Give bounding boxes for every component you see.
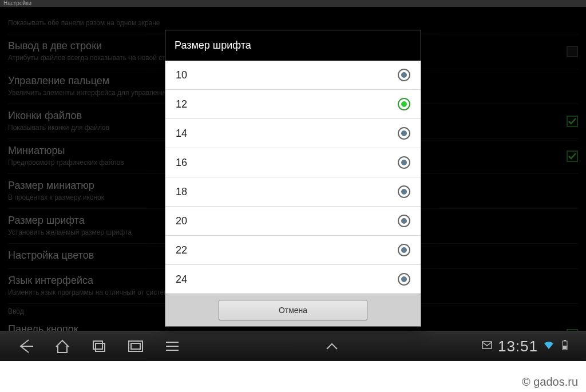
font-size-dialog: Размер шрифта 1012141618202224 Отмена [165, 30, 421, 327]
recent-apps-icon[interactable] [89, 336, 109, 356]
home-icon[interactable] [53, 336, 72, 356]
font-size-option[interactable]: 12 [165, 90, 421, 119]
svg-rect-3 [131, 343, 140, 349]
option-label: 20 [176, 215, 187, 227]
setting-subtitle: Показывать обе панели разом на одном экр… [8, 19, 578, 27]
menu-icon[interactable] [163, 336, 182, 356]
option-label: 22 [176, 244, 187, 256]
radio-icon[interactable] [398, 127, 410, 140]
option-label: 18 [176, 186, 187, 198]
radio-icon[interactable] [398, 185, 410, 198]
radio-selected-icon[interactable] [398, 98, 410, 110]
font-size-option[interactable]: 20 [165, 207, 421, 236]
battery-icon [560, 340, 570, 353]
checkbox-checked[interactable] [567, 151, 578, 162]
svg-rect-0 [93, 341, 102, 349]
svg-rect-1 [96, 343, 105, 351]
checkbox-unchecked[interactable] [567, 46, 578, 57]
dialog-options-list[interactable]: 1012141618202224 [165, 61, 421, 294]
radio-icon[interactable] [398, 215, 410, 227]
radio-icon[interactable] [398, 244, 410, 256]
radio-icon[interactable] [398, 273, 410, 286]
cancel-button[interactable]: Отмена [219, 300, 367, 320]
svg-rect-6 [564, 340, 566, 341]
font-size-option[interactable]: 16 [165, 148, 421, 177]
wifi-icon [544, 340, 554, 353]
clock-time: 13:51 [498, 338, 538, 355]
watermark-text: © gados.ru [522, 375, 578, 389]
font-size-option[interactable]: 10 [165, 61, 421, 90]
font-size-option[interactable]: 24 [165, 265, 421, 294]
radio-icon[interactable] [398, 69, 410, 81]
dialog-footer: Отмена [165, 294, 421, 326]
option-label: 14 [176, 128, 187, 140]
screenshot-icon[interactable] [126, 336, 145, 356]
expand-up-icon[interactable] [322, 336, 342, 356]
svg-rect-7 [563, 346, 567, 349]
option-label: 12 [176, 98, 187, 110]
font-size-option[interactable]: 22 [165, 236, 421, 265]
font-size-option[interactable]: 18 [165, 177, 421, 207]
window-title: Настройки [0, 0, 586, 7]
dialog-title: Размер шрифта [165, 30, 421, 61]
svg-rect-4 [482, 342, 492, 349]
back-icon[interactable] [16, 336, 35, 356]
mail-icon[interactable] [482, 340, 492, 353]
system-navbar: 13:51 [0, 331, 586, 361]
radio-icon[interactable] [398, 156, 410, 169]
option-label: 16 [176, 157, 187, 169]
checkbox-checked[interactable] [567, 116, 578, 127]
option-label: 10 [176, 69, 187, 81]
font-size-option[interactable]: 14 [165, 119, 421, 148]
option-label: 24 [176, 274, 187, 286]
